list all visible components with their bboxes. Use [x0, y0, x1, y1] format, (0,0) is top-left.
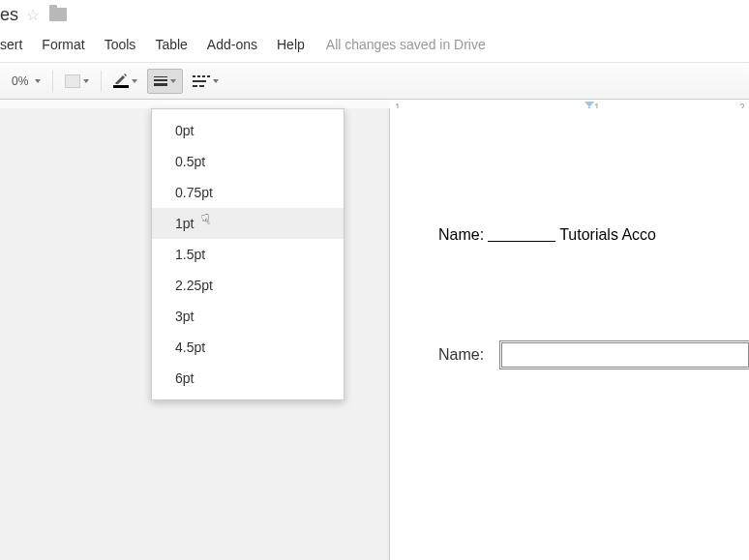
separator — [52, 71, 53, 92]
dropdown-option-1pt[interactable]: 1pt — [152, 208, 344, 239]
menu-bar: sert Format Tools Table Add-ons Help All… — [0, 27, 749, 63]
doc-name-line-1[interactable]: Name: Tutorials Acco — [438, 224, 749, 244]
border-style-icon — [193, 75, 210, 87]
document-page[interactable]: Name: Tutorials Acco Name: — [389, 108, 749, 560]
menu-addons[interactable]: Add-ons — [197, 33, 267, 56]
dropdown-option-3pt[interactable]: 3pt — [152, 301, 344, 332]
label-name: Name: — [438, 346, 484, 364]
border-style-button[interactable] — [187, 69, 225, 94]
menu-table[interactable]: Table — [145, 33, 196, 56]
star-icon[interactable]: ☆ — [26, 6, 40, 24]
border-weight-dropdown: 0pt 0.5pt 0.75pt 1pt 1.5pt 2.25pt 3pt 4.… — [151, 108, 345, 400]
workspace: Name: Tutorials Acco Name: — [0, 108, 749, 560]
chevron-down-icon — [132, 79, 137, 83]
background-color-icon — [65, 74, 80, 88]
doc-name-line-2[interactable]: Name: — [438, 340, 749, 369]
dropdown-option-4-5pt[interactable]: 4.5pt — [152, 332, 344, 363]
value-name: Tutorials Acco — [559, 226, 656, 244]
chevron-down-icon — [35, 79, 41, 83]
menu-insert[interactable]: sert — [0, 33, 32, 56]
border-weight-icon — [154, 76, 167, 86]
dropdown-option-0pt[interactable]: 0pt — [152, 115, 344, 146]
border-color-button[interactable] — [107, 69, 143, 94]
table-cell[interactable] — [499, 340, 749, 369]
chevron-down-icon — [170, 79, 176, 83]
title-row: es ☆ — [0, 0, 749, 27]
dropdown-option-1-5pt[interactable]: 1.5pt — [152, 239, 344, 270]
dropdown-option-0-5pt[interactable]: 0.5pt — [152, 146, 344, 177]
dropdown-option-6pt[interactable]: 6pt — [152, 363, 344, 394]
zoom-value: 0% — [8, 74, 32, 88]
border-weight-button[interactable] — [147, 69, 183, 94]
menu-format[interactable]: Format — [32, 33, 94, 56]
folder-icon[interactable] — [49, 8, 67, 21]
label-name: Name: — [438, 226, 484, 244]
pencil-icon — [113, 74, 129, 88]
menu-tools[interactable]: Tools — [95, 33, 146, 56]
chevron-down-icon — [213, 79, 219, 83]
save-status: All changes saved in Drive — [315, 37, 486, 52]
dropdown-option-2-25pt[interactable]: 2.25pt — [152, 270, 344, 301]
background-color-button[interactable] — [59, 69, 95, 94]
chevron-down-icon — [83, 79, 89, 83]
menu-help[interactable]: Help — [267, 33, 315, 56]
underline-blank — [488, 226, 555, 242]
separator — [101, 71, 102, 92]
document-title[interactable]: es — [0, 5, 18, 25]
toolbar: 0% — [0, 63, 749, 100]
dropdown-option-0-75pt[interactable]: 0.75pt — [152, 177, 344, 208]
zoom-dropdown[interactable]: 0% — [2, 69, 46, 94]
